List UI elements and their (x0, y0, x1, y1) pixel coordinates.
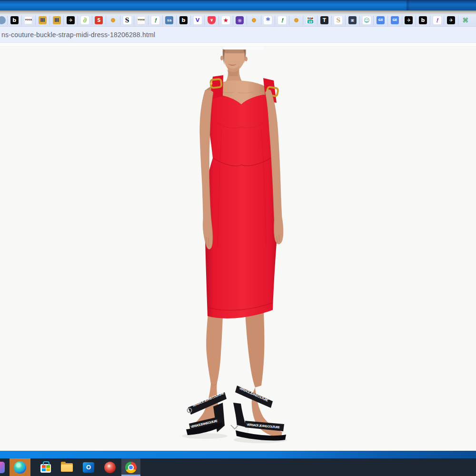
command-icon: ⌘ (461, 16, 469, 24)
top10-number-label: 10 (307, 20, 313, 23)
bird-plane-icon: ✈ (405, 16, 413, 24)
outlook-icon: O (83, 462, 94, 473)
bird-plane-icon: ✈ (67, 16, 75, 24)
globe-icon (0, 16, 6, 24)
bank-building-icon: Ⅲ (39, 16, 47, 24)
model-legs (189, 311, 282, 438)
taskbar-edge[interactable] (10, 458, 30, 476)
ge-badge-icon: GE (391, 16, 399, 24)
bookmark-s-script[interactable]: S (120, 16, 135, 25)
top10-icon: TOP10 (306, 16, 314, 24)
bookmarks-bar: b YOOX Ⅲ Ⅲ ✈ ∂ S S YOOX ! sa b V ∨ ★ ◉ *… (0, 14, 476, 27)
exclamation-icon: ! (278, 16, 286, 24)
smiley-icon: ☺ (363, 16, 371, 24)
page-content: VERSACE JEANS COUTURE VERSACE JEANS COUT… (0, 47, 476, 451)
bookmark-yoox-2[interactable]: YOOX (134, 16, 149, 25)
bookmark-smiley[interactable]: ☺ (360, 16, 374, 25)
bookmark-b-3[interactable]: b (416, 16, 430, 25)
bookmark-pocket[interactable]: ∨ (205, 16, 219, 25)
ring-icon (111, 18, 115, 22)
bank-building-icon: Ⅲ (53, 16, 61, 24)
letter-v-icon: V (194, 16, 202, 24)
ge-badge-icon: GE (377, 16, 385, 24)
ring-icon (252, 18, 256, 22)
bookmark-b-2[interactable]: b (177, 16, 191, 25)
taskbar-chrome[interactable] (121, 458, 140, 476)
bookmark-ring-1[interactable] (106, 16, 120, 25)
file-explorer-icon (61, 463, 73, 472)
bookmark-bird-2[interactable]: ✈ (402, 16, 416, 25)
bookmark-v-purple[interactable]: V (191, 16, 205, 25)
bookmark-yoox-1[interactable]: YOOX (22, 16, 36, 25)
letter-b-icon: b (419, 16, 427, 24)
exclamation-icon: ! (433, 16, 441, 24)
window-icon: ▣ (348, 16, 357, 24)
script-d-icon: ∂ (81, 16, 89, 24)
taskbar-pinned-partial[interactable] (0, 458, 5, 476)
letter-s-icon: S (95, 16, 103, 24)
bookmark-s-red[interactable]: S (92, 16, 107, 25)
star-icon: ★ (222, 16, 230, 24)
window-frame-edge (0, 10, 476, 14)
browser-titlebar (0, 0, 476, 10)
pocket-icon: ∨ (208, 16, 216, 24)
bookmark-bird-3[interactable]: ✈ (444, 16, 458, 25)
letter-b-icon: b (179, 16, 188, 24)
bookmark-exclaim-green-1[interactable]: ! (149, 16, 163, 25)
taskbar: O (0, 458, 476, 476)
bookmark-star[interactable]: ★ (219, 16, 233, 25)
ring-icon (294, 18, 298, 22)
serif-s-icon: S (123, 16, 131, 24)
microsoft-store-icon (40, 464, 51, 473)
taskbar-red-browser[interactable] (104, 458, 116, 476)
partial-app-icon (0, 462, 5, 473)
page-top-gap (0, 43, 476, 47)
face-mask-band (223, 47, 263, 50)
exclamation-icon: ! (151, 16, 159, 24)
bird-plane-icon: ✈ (447, 16, 455, 24)
bookmark-command[interactable]: ⌘ (458, 16, 473, 25)
bookmark-window-navy[interactable]: ▣ (346, 16, 360, 25)
url-text: ns-couture-buckle-strap-midi-dress-18206… (1, 31, 155, 39)
bookmark-ge-2[interactable]: GE (388, 16, 402, 25)
letter-b-icon: b (10, 16, 19, 24)
bookmark-exclaim-purple[interactable]: ! (430, 16, 445, 25)
red-browser-icon (104, 462, 116, 473)
bookmark-sa[interactable]: sa (163, 16, 177, 25)
address-bar[interactable]: ns-couture-buckle-strap-midi-dress-18206… (0, 27, 476, 43)
letter-t-icon: T (320, 16, 328, 24)
serif-s-icon: S (334, 16, 342, 24)
edge-icon (14, 461, 26, 474)
bookmark-b-1[interactable]: b (8, 16, 22, 25)
bookmark-ring-2[interactable] (247, 16, 261, 25)
bookmark-globe[interactable] (0, 16, 8, 25)
bookmark-d-green[interactable]: ∂ (78, 16, 92, 25)
bookmark-ring-3[interactable] (289, 16, 304, 25)
taskbar-file-explorer[interactable] (61, 458, 73, 476)
bookmark-ge-1[interactable]: GE (374, 16, 388, 25)
product-photo[interactable]: VERSACE JEANS COUTURE VERSACE JEANS COUT… (159, 47, 312, 451)
bookmark-emblem-purple[interactable]: ◉ (233, 16, 248, 25)
chrome-hub (128, 465, 134, 470)
taskbar-outlook[interactable]: O (83, 458, 94, 476)
chevron-down-icon[interactable] (229, 423, 240, 431)
asterisk-icon: * (264, 16, 272, 24)
bookmark-bank-2[interactable]: Ⅲ (50, 16, 64, 25)
sa-logo-icon: sa (165, 16, 173, 24)
yoox-logo-icon: YOOX (137, 16, 145, 24)
desktop-wallpaper-strip (0, 451, 476, 458)
yoox-logo-icon: YOOX (24, 16, 32, 24)
taskbar-store[interactable] (40, 458, 51, 476)
bookmark-top10[interactable]: TOP10 (303, 16, 317, 25)
bookmark-asterisk[interactable]: * (261, 16, 276, 25)
bookmark-bird-1[interactable]: ✈ (64, 16, 78, 25)
bookmark-t-black[interactable]: T (317, 16, 332, 25)
bookmark-bank-1[interactable]: Ⅲ (36, 16, 50, 25)
bookmark-s-tan[interactable]: S (332, 16, 346, 25)
chrome-icon (125, 462, 137, 473)
emblem-icon: ◉ (236, 16, 244, 24)
bookmark-exclaim-green-2[interactable]: ! (275, 16, 289, 25)
